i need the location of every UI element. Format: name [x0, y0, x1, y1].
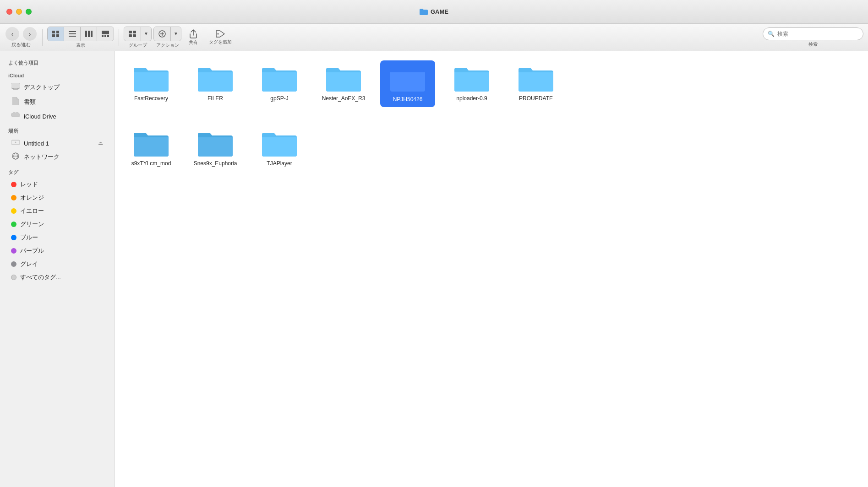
folder-gpsp-j-name: gpSP-J: [270, 95, 288, 102]
folder-npjh50426-icon: [389, 64, 426, 93]
sidebar-item-yellow[interactable]: イエロー: [3, 205, 111, 217]
sidebar-item-documents[interactable]: 書類: [3, 95, 111, 109]
blue-tag-label: ブルー: [20, 233, 38, 242]
untitled-drive-icon: [11, 139, 20, 147]
folder-fastrecovery-icon: [133, 64, 169, 93]
svg-rect-13: [107, 35, 109, 37]
folder-s9x[interactable]: s9xTYLcm_mod: [124, 125, 179, 170]
green-tag-dot: [11, 222, 16, 227]
folder-nester-name: Nester_AoEX_R3: [322, 95, 366, 102]
group-dropdown-button[interactable]: ▼: [141, 27, 151, 41]
folder-npjh50426-name: NPJH50426: [391, 95, 425, 103]
svg-rect-6: [69, 36, 76, 37]
folder-snes9x-name: Snes9x_Euphoria: [194, 160, 237, 167]
documents-icon: [11, 97, 20, 107]
search-box: 🔍: [763, 27, 863, 40]
share-button[interactable]: 共有: [183, 27, 203, 48]
eject-button[interactable]: ⏏: [98, 140, 103, 146]
svg-rect-1: [56, 31, 59, 33]
svg-rect-5: [69, 33, 76, 34]
group-label: グループ: [129, 42, 147, 49]
view-icon-button[interactable]: [48, 27, 64, 41]
all-tags-label: すべてのタグ...: [20, 273, 61, 281]
purple-tag-label: パープル: [20, 247, 44, 255]
svg-rect-3: [56, 34, 59, 37]
orange-tag-dot: [11, 195, 16, 200]
folder-filer[interactable]: FILER: [188, 60, 243, 107]
sidebar-untitled1-label: Untitled 1: [24, 140, 49, 147]
folder-nester[interactable]: Nester_AoEX_R3: [316, 60, 371, 107]
folder-nploader-icon: [453, 64, 490, 93]
svg-rect-12: [104, 35, 106, 37]
action-button[interactable]: [154, 27, 171, 41]
all-tags-dot: [11, 275, 16, 280]
nav-label: 戻る/進む: [11, 42, 31, 48]
folder-nploader-name: nploader-0.9: [456, 95, 487, 102]
sidebar-item-green[interactable]: グリーン: [3, 218, 111, 231]
tag-button[interactable]: タグを追加: [205, 28, 235, 47]
sidebar-item-all-tags[interactable]: すべてのタグ...: [3, 271, 111, 284]
search-group-label: 検索: [808, 41, 818, 48]
sidebar-item-desktop[interactable]: デスクトップ: [3, 81, 111, 94]
toolbar: ‹ › 戻る/進む 表示 ▼: [0, 24, 868, 51]
group-button[interactable]: [124, 27, 141, 41]
svg-rect-17: [133, 34, 136, 37]
gray-tag-dot: [11, 261, 16, 267]
tags-section-label: タグ: [0, 164, 114, 178]
folder-s9x-name: s9xTYLcm_mod: [131, 160, 171, 167]
sidebar-icloud-drive-label: iCloud Drive: [24, 113, 56, 120]
folder-nester-icon: [325, 64, 362, 93]
sidebar-item-gray[interactable]: グレイ: [3, 258, 111, 271]
titlebar: GAME: [0, 0, 868, 24]
view-buttons: [47, 27, 114, 41]
folder-proupdate-icon: [518, 64, 554, 93]
sidebar-item-untitled1[interactable]: Untitled 1 ⏏: [3, 137, 111, 150]
folder-npjh50426[interactable]: NPJH50426: [380, 60, 435, 107]
back-button[interactable]: ‹: [5, 27, 19, 41]
maximize-button[interactable]: [26, 9, 32, 15]
svg-point-21: [218, 33, 219, 34]
content-area[interactable]: FastRecovery FILER gpSP-J: [115, 51, 868, 487]
sidebar: よく使う項目 iCloud デスクトップ 書類 iCloud Drive 場所: [0, 51, 115, 487]
yellow-tag-dot: [11, 208, 16, 214]
search-input[interactable]: [777, 31, 851, 37]
view-list-button[interactable]: [64, 27, 81, 41]
folder-tjaplayer[interactable]: TJAPlayer: [252, 125, 307, 170]
folder-nploader[interactable]: nploader-0.9: [444, 60, 499, 107]
title-folder-icon: [420, 9, 428, 15]
minimize-button[interactable]: [16, 9, 22, 15]
red-tag-label: レッド: [20, 180, 38, 189]
folder-proupdate-name: PROUPDATE: [519, 95, 553, 102]
network-icon: [11, 152, 20, 162]
icloud-section-label: iCloud: [0, 68, 114, 80]
sidebar-item-orange[interactable]: オレンジ: [3, 191, 111, 204]
sidebar-item-red[interactable]: レッド: [3, 178, 111, 191]
svg-rect-23: [11, 83, 20, 88]
svg-rect-9: [91, 31, 93, 37]
forward-button[interactable]: ›: [23, 27, 37, 41]
view-gallery-button[interactable]: [97, 27, 114, 41]
folder-snes9x-icon: [197, 129, 234, 158]
share-label: 共有: [189, 39, 198, 46]
sidebar-item-icloud-drive[interactable]: iCloud Drive: [3, 110, 111, 123]
sidebar-item-blue[interactable]: ブルー: [3, 231, 111, 244]
action-dropdown-button[interactable]: ▼: [171, 27, 181, 41]
folder-s9x-icon: [133, 129, 169, 158]
sidebar-item-network[interactable]: ネットワーク: [3, 150, 111, 164]
close-button[interactable]: [6, 9, 12, 15]
sidebar-item-purple[interactable]: パープル: [3, 244, 111, 257]
icloud-drive-icon: [11, 112, 20, 120]
tag-label: タグを追加: [209, 39, 232, 45]
window-title-text: GAME: [431, 8, 448, 15]
view-column-button[interactable]: [81, 27, 97, 41]
folder-proupdate[interactable]: PROUPDATE: [508, 60, 563, 107]
folder-gpsp-j-icon: [261, 64, 298, 93]
nav-group: ‹ › 戻る/進む: [5, 27, 38, 48]
places-section-label: 場所: [0, 123, 114, 136]
folder-gpsp-j[interactable]: gpSP-J: [252, 60, 307, 107]
view-label: 表示: [76, 42, 85, 49]
folder-fastrecovery[interactable]: FastRecovery: [124, 60, 179, 107]
search-icon: 🔍: [768, 31, 775, 37]
folder-snes9x[interactable]: Snes9x_Euphoria: [188, 125, 243, 170]
svg-rect-11: [102, 35, 104, 37]
